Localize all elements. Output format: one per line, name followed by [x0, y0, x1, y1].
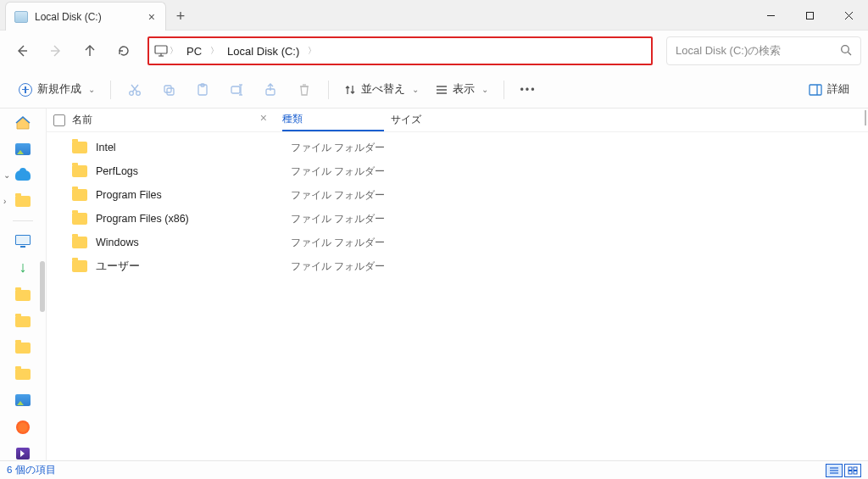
svg-rect-1	[806, 12, 813, 19]
column-size[interactable]: サイズ	[384, 113, 469, 127]
view-label: 表示	[453, 82, 475, 97]
folder-icon	[15, 369, 31, 380]
svg-rect-36	[854, 467, 857, 471]
search-box[interactable]: Local Disk (C:)の検索	[666, 36, 861, 65]
sidebar-folder[interactable]	[14, 367, 31, 382]
plus-circle-icon	[19, 83, 32, 97]
paste-button[interactable]	[187, 76, 218, 103]
details-pane-button[interactable]: 詳細	[802, 76, 856, 103]
file-row[interactable]: Intelファイル フォルダー	[47, 136, 868, 159]
more-button[interactable]: •••	[513, 76, 543, 103]
toolbar: 新規作成 ⌄ 並べ替え ⌄ 表示 ⌄ ••• 詳細	[0, 71, 868, 109]
minimize-button[interactable]	[751, 0, 790, 31]
chevron-right-icon[interactable]: 〉	[168, 45, 180, 57]
svg-line-11	[849, 52, 852, 55]
delete-button[interactable]	[289, 76, 320, 103]
sidebar-onedrive[interactable]: ⌄	[0, 168, 46, 182]
new-label: 新規作成	[37, 82, 81, 97]
folder-icon	[72, 213, 87, 225]
sidebar-desktop[interactable]	[14, 233, 31, 248]
copy-button[interactable]	[153, 76, 184, 103]
content-scrollbar[interactable]	[865, 110, 866, 125]
maximize-button[interactable]	[790, 0, 829, 31]
svg-rect-30	[810, 85, 821, 95]
svg-point-12	[130, 91, 134, 95]
chevron-down-icon: ⌄	[412, 85, 419, 94]
sidebar-folder[interactable]	[14, 315, 31, 329]
sidebar-documents[interactable]	[14, 288, 31, 303]
chevron-right-icon[interactable]: 〉	[306, 45, 318, 57]
view-icon	[436, 84, 448, 96]
status-bar: 6 個の項目	[0, 460, 868, 479]
column-headers: 名前× 種類 サイズ	[47, 109, 868, 132]
sidebar-scrollbar[interactable]	[40, 261, 45, 312]
large-icons-view-toggle[interactable]	[844, 464, 861, 477]
file-row[interactable]: Program Filesファイル フォルダー	[47, 183, 868, 207]
breadcrumb-pc[interactable]: PC	[180, 45, 209, 58]
folder-icon	[72, 142, 87, 153]
svg-point-13	[136, 91, 141, 95]
column-type[interactable]: 種類	[282, 109, 384, 131]
separator	[13, 220, 33, 221]
file-list: 名前× 種類 サイズ Intelファイル フォルダーPerfLogsファイル フ…	[47, 109, 868, 460]
picture-icon	[15, 143, 31, 155]
window-controls	[751, 0, 868, 31]
file-row[interactable]: Windowsファイル フォルダー	[47, 231, 868, 254]
sort-button[interactable]: 並べ替え ⌄	[337, 76, 426, 103]
folder-icon	[15, 290, 31, 301]
cut-button[interactable]	[120, 76, 150, 103]
sidebar-quick-access[interactable]: ›	[0, 194, 46, 209]
sidebar-home[interactable]	[14, 115, 31, 130]
svg-rect-20	[231, 86, 240, 93]
video-icon	[16, 448, 30, 460]
search-icon	[840, 44, 852, 58]
folder-icon	[72, 189, 87, 201]
sidebar-pictures[interactable]	[14, 393, 31, 408]
chevron-down-icon[interactable]: ⌄	[3, 170, 10, 180]
details-view-toggle[interactable]	[826, 464, 843, 477]
window-tab[interactable]: Local Disk (C:) ×	[5, 2, 166, 31]
folder-icon	[15, 343, 31, 354]
file-type: ファイル フォルダー	[291, 188, 392, 203]
rename-button[interactable]	[221, 76, 252, 103]
new-button[interactable]: 新規作成 ⌄	[12, 76, 102, 103]
folder-icon	[72, 237, 87, 248]
back-button[interactable]	[7, 36, 37, 66]
explorer-body: ⌄ › ↓ 名前× 種類 サイズ Intelファイル フォルダーPerfLogs…	[0, 109, 868, 460]
chevron-down-icon: ⌄	[481, 85, 488, 94]
column-name[interactable]: 名前×	[72, 113, 282, 127]
sidebar-videos[interactable]	[14, 446, 31, 460]
file-row[interactable]: ユーザーファイル フォルダー	[47, 254, 868, 278]
svg-rect-37	[849, 471, 852, 474]
clear-icon[interactable]: ×	[260, 111, 267, 125]
file-type: ファイル フォルダー	[291, 259, 392, 274]
file-name: Program Files	[96, 189, 291, 201]
folder-icon	[72, 165, 87, 177]
new-tab-button[interactable]: +	[166, 2, 195, 31]
svg-rect-38	[854, 471, 857, 474]
sidebar-folder[interactable]	[14, 341, 31, 355]
sidebar-music[interactable]	[14, 420, 31, 434]
nav-pane: ⌄ › ↓	[0, 109, 47, 460]
view-button[interactable]: 表示 ⌄	[429, 76, 495, 103]
sidebar-downloads[interactable]: ↓	[14, 259, 31, 276]
sidebar-gallery[interactable]	[14, 142, 31, 156]
file-row[interactable]: Program Files (x86)ファイル フォルダー	[47, 207, 868, 231]
up-button[interactable]	[75, 36, 105, 66]
view-toggle-group	[826, 464, 861, 477]
close-window-button[interactable]	[829, 0, 868, 31]
svg-rect-7	[155, 46, 167, 53]
refresh-button[interactable]	[108, 36, 139, 66]
file-row[interactable]: PerfLogsファイル フォルダー	[47, 159, 868, 183]
address-bar[interactable]: 〉 PC 〉 Local Disk (C:) 〉	[147, 36, 653, 65]
share-button[interactable]	[255, 76, 286, 103]
chevron-right-icon[interactable]: 〉	[209, 45, 220, 57]
breadcrumb-local-disk[interactable]: Local Disk (C:)	[220, 45, 306, 58]
chevron-right-icon[interactable]: ›	[3, 197, 6, 206]
picture-icon	[15, 394, 31, 406]
close-tab-icon[interactable]: ×	[145, 11, 159, 23]
forward-button[interactable]	[41, 36, 71, 66]
download-icon: ↓	[19, 259, 27, 276]
nav-bar: 〉 PC 〉 Local Disk (C:) 〉 Local Disk (C:)…	[0, 31, 868, 71]
select-all-checkbox[interactable]	[53, 114, 65, 126]
